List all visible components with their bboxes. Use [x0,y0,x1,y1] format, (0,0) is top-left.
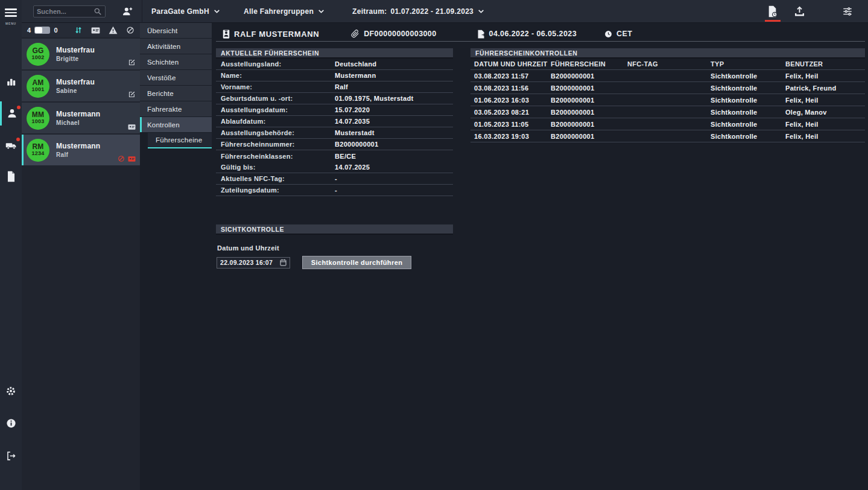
license-detail-row: Name: Mustermann [216,70,453,81]
sort-button[interactable] [74,26,83,34]
datetime-input[interactable] [220,259,280,266]
controls-panel-title: FÜHRERSCHEINKONTROLLEN [470,48,865,59]
settings-nav-icon[interactable] [0,379,22,403]
driver-list-item[interactable]: RM 1234 Mustermann Ralf [22,135,140,165]
chevron-down-icon [317,7,325,15]
statistics-nav-icon[interactable] [0,69,22,94]
driver-sidebar: 4 0 GG 1002 Musterfrau Brigitte [22,23,140,490]
search-box[interactable] [33,5,106,18]
driver-name-title: RALF MUSTERMANN [234,30,319,39]
col-license: FÜHRERSCHEIN [551,60,627,68]
edit-icon[interactable] [128,59,136,66]
drivers-nav-icon[interactable] [0,101,22,126]
add-driver-button[interactable] [121,5,133,18]
info-nav-icon[interactable] [0,411,22,435]
nav-item[interactable]: Berichte [140,86,212,101]
license-field-label: Name: [216,72,335,79]
driver-first-name: Michael [56,119,100,126]
company-selector[interactable]: ParaGate GmbH [151,7,221,16]
documents-nav-icon[interactable] [0,164,22,188]
cell-benutzer: Patrick, Freund [785,84,865,92]
nav-item-label: Fahrerakte [147,106,182,113]
license-detail-row: Ausstellungsland: Deutschland [216,59,453,70]
vehicles-nav-icon[interactable] [0,133,22,158]
report-file-button[interactable] [767,5,778,18]
license-field-label: Vorname: [216,83,335,91]
license-field-label: Ausstellungsland: [216,60,335,68]
active-driver-count: 4 [27,27,31,34]
nav-item[interactable]: Verstöße [140,70,212,85]
nav-item[interactable]: Aktivitäten [140,39,212,54]
filter-settings-button[interactable] [841,6,854,17]
license-field-label: Ablaufdatum: [216,118,335,125]
edit-icon[interactable] [128,91,136,98]
controls-table-header: DATUM UND UHRZEIT FÜHRERSCHEIN NFC-TAG T… [470,59,865,70]
menu-button[interactable] [0,2,22,23]
nav-item[interactable]: Kontrollen [140,117,212,132]
license-field-value: Mustermann [335,72,376,79]
paperclip-icon [351,30,360,38]
current-license-panel: AKTUELLER FÜHRERSCHEIN Ausstellungsland:… [216,48,453,196]
gear-icon [5,385,17,397]
nav-item-label: Schichten [147,59,179,66]
driver-list-item[interactable]: GG 1002 Musterfrau Brigitte [22,39,140,69]
cell-license: B2000000001 [551,121,627,128]
calendar-icon[interactable] [280,259,287,266]
driver-last-name: Musterfrau [56,46,95,54]
company-name: ParaGate GmbH [151,7,209,16]
cell-benutzer: Felix, Heil [785,133,865,140]
period-selector[interactable]: Zeitraum: 01.07.2022 - 21.09.2023 [352,7,485,16]
license-field-value: Musterstadt [335,129,375,136]
license-field-label: Ausstellungsdatum: [216,106,335,113]
secondary-nav: Übersicht Aktivitäten Schichten Verstöße… [140,23,212,148]
controls-table-body: 03.08.2023 11:57 B2000000001 Sichtkontro… [470,70,865,142]
person-icon [6,107,18,119]
cell-benutzer: Felix, Heil [785,97,865,104]
id-card-filter-button[interactable] [91,27,100,34]
timezone-value: CET [616,30,632,38]
id-card-icon [128,124,136,130]
driver-list-item[interactable]: AM 1001 Musterfrau Sabine [22,71,140,101]
license-field-value: 15.07.2020 [335,106,370,113]
cell-license: B2000000001 [551,72,627,80]
logout-icon [5,450,17,462]
nav-item[interactable]: Übersicht [140,23,212,38]
driver-filter-toggle[interactable] [34,27,50,34]
search-input[interactable] [37,8,93,15]
controls-table-row: 03.08.2023 11:57 B2000000001 Sichtkontro… [470,70,865,82]
cell-datetime: 01.06.2023 16:03 [470,97,551,104]
nav-item[interactable]: Fahrerakte [140,101,212,116]
warning-filter-button[interactable] [109,26,118,34]
driver-group-selector[interactable]: Alle Fahrergruppen [244,7,325,16]
license-detail-row: Geburtsdatum u. -ort: 01.09.1975, Muster… [216,93,453,104]
nav-item-label: Verstöße [147,74,176,81]
driver-avatar: AM 1001 [27,75,49,98]
license-field-label: Ausstellungsbehörde: [216,129,335,136]
cell-datetime: 03.08.2023 11:57 [470,72,551,80]
perform-sichtkontrolle-button[interactable]: Sichtkontrolle durchführen [302,256,411,269]
col-typ: TYP [711,60,785,68]
license-detail-row: Vorname: Ralf [216,81,453,93]
driver-list-toolbar: 4 0 [22,23,140,37]
license-field-label: Führerscheinklassen: [216,153,335,160]
cell-datetime: 01.05.2023 11:05 [470,121,551,128]
logout-nav-icon[interactable] [0,444,22,468]
nav-subitem-fuehrerscheine[interactable]: Führerscheine [148,133,212,148]
col-nfc-tag: NFC-TAG [627,60,711,68]
notification-dot [17,106,21,109]
driver-list-item[interactable]: MM 1003 Mustermann Michael [22,103,140,133]
nav-item-label: Kontrollen [147,121,180,129]
nav-item[interactable]: Schichten [140,54,212,69]
link-off-filter-button[interactable] [126,26,135,34]
datetime-label: Datum und Uhrzeit [217,244,453,252]
sichtkontrolle-title: SICHTKONTROLLE [216,224,453,235]
sichtkontrolle-panel: SICHTKONTROLLE Datum und Uhrzeit Sichtko… [216,224,453,269]
period-label: Zeitraum: [352,7,387,16]
license-field-label: Aktuelles NFC-Tag: [216,175,335,182]
top-bar: ParaGate GmbH Alle Fahrergruppen Zeitrau… [22,0,868,23]
controls-table-row: 03.05.2023 08:21 B2000000001 Sichtkontro… [470,106,865,118]
license-field-value: 14.07.2025 [335,164,370,171]
period-value: 01.07.2022 - 21.09.2023 [390,7,474,16]
upload-button[interactable] [794,5,805,17]
nav-item-label: Aktivitäten [147,43,180,50]
